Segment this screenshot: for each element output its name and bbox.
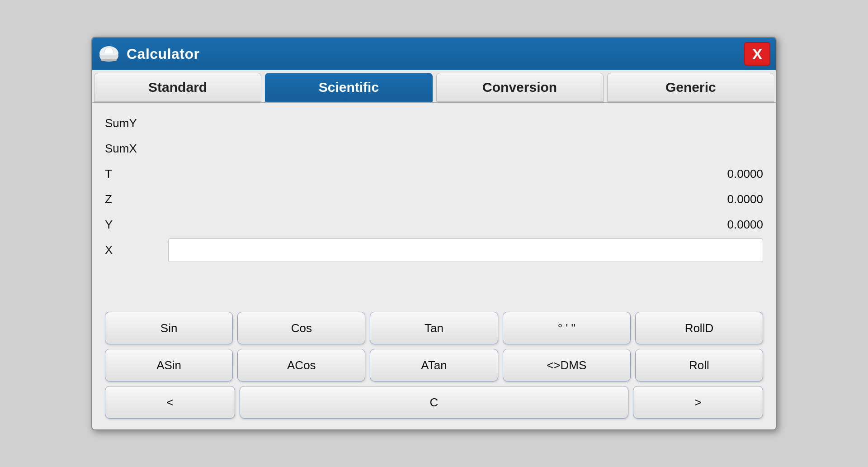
x-input[interactable] <box>168 238 763 262</box>
acos-button[interactable]: ACos <box>237 349 365 381</box>
roll-button[interactable]: Roll <box>635 349 763 381</box>
title-bar-left: Calculator <box>98 43 199 65</box>
register-rows: SumY SumX T 0.0000 Z 0.0000 Y 0.0000 <box>105 111 763 312</box>
register-label-sumY: SumY <box>105 116 141 130</box>
dms-button[interactable]: <>DMS <box>503 349 631 381</box>
svg-rect-1 <box>101 59 117 61</box>
tab-standard[interactable]: Standard <box>94 73 261 102</box>
sin-button[interactable]: Sin <box>105 312 233 344</box>
helmet-icon <box>98 43 120 65</box>
dms-sym-button[interactable]: ° ' " <box>503 312 631 344</box>
tab-generic[interactable]: Generic <box>607 73 774 102</box>
register-label-X: X <box>105 243 141 257</box>
register-row-X: X <box>105 238 763 263</box>
tab-bar: Standard Scientific Conversion Generic <box>92 70 776 103</box>
register-label-Y: Y <box>105 218 141 232</box>
button-rows: Sin Cos Tan ° ' " RollD ASin <box>105 312 763 423</box>
register-row-T: T 0.0000 <box>105 162 763 187</box>
button-row-1: Sin Cos Tan ° ' " RollD <box>105 312 763 344</box>
tan-button[interactable]: Tan <box>370 312 498 344</box>
tab-scientific[interactable]: Scientific <box>265 73 432 102</box>
register-row-Z: Z 0.0000 <box>105 187 763 212</box>
register-value-Y: 0.0000 <box>727 218 763 232</box>
main-content: SumY SumX T 0.0000 Z 0.0000 Y 0.0000 <box>92 103 776 430</box>
prev-button[interactable]: < <box>105 386 235 419</box>
close-button[interactable]: X <box>744 42 770 66</box>
atan-button[interactable]: ATan <box>370 349 498 381</box>
register-row-sumX: SumX <box>105 136 763 162</box>
title-bar: Calculator X <box>92 38 776 70</box>
register-value-Z: 0.0000 <box>727 192 763 206</box>
register-row-sumY: SumY <box>105 111 763 136</box>
cos-button[interactable]: Cos <box>237 312 365 344</box>
app-title: Calculator <box>127 46 199 62</box>
app-window: Calculator X Standard Scientific Convers… <box>91 37 777 430</box>
register-row-Y: Y 0.0000 <box>105 212 763 238</box>
button-row-3: < C > <box>105 386 763 419</box>
close-icon: X <box>752 46 763 62</box>
register-value-T: 0.0000 <box>727 167 763 181</box>
register-label-sumX: SumX <box>105 142 141 156</box>
rollD-button[interactable]: RollD <box>635 312 763 344</box>
register-label-T: T <box>105 167 141 181</box>
clear-button[interactable]: C <box>240 386 628 419</box>
register-label-Z: Z <box>105 192 141 206</box>
next-button[interactable]: > <box>633 386 763 419</box>
button-row-2: ASin ACos ATan <>DMS Roll <box>105 349 763 381</box>
tab-conversion[interactable]: Conversion <box>436 73 604 102</box>
asin-button[interactable]: ASin <box>105 349 233 381</box>
